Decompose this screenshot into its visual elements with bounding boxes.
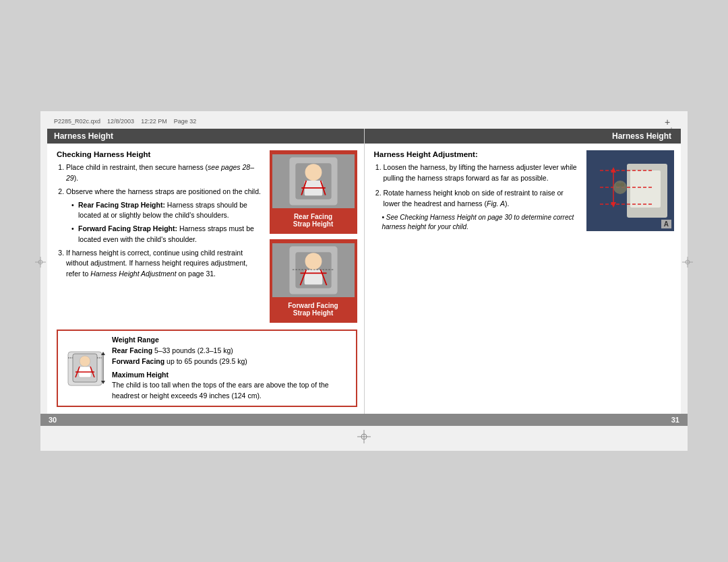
left-section-header: Harness Height	[47, 129, 364, 144]
print-info-bar: P2285_R02c.qxd 12/8/2003 12:22 PM Page 3…	[40, 111, 688, 129]
svg-rect-39	[630, 170, 661, 208]
harness-photo: A	[586, 150, 674, 231]
step-2: Observe where the harness straps are pos…	[66, 187, 264, 245]
left-main-content: Checking Harness Height Place child in r…	[57, 150, 357, 323]
left-crosshair	[35, 257, 46, 269]
print-page: Page 32	[174, 118, 197, 125]
svg-point-15	[305, 253, 322, 270]
svg-point-23	[80, 356, 90, 367]
left-page: Harness Height Checking Harness Height	[47, 129, 365, 414]
weight-icon	[65, 348, 105, 389]
section-title-text: Checking Harness Height	[57, 150, 150, 158]
max-height-section: Maximum Height	[112, 370, 349, 381]
weight-rear-label: Rear Facing	[112, 346, 152, 354]
right-page: Harness Height Harness Height	[365, 129, 681, 414]
svg-point-8	[305, 164, 322, 181]
left-text-column: Checking Harness Height Place child in r…	[57, 150, 264, 323]
note-label: See Checking Harness Height on page 30	[386, 214, 512, 221]
weight-range-box: Weight Range Rear Facing 5–33 pounds (2.…	[57, 330, 357, 407]
max-height-title: Maximum Height	[112, 371, 169, 379]
harness-adjustment-heading: Harness Height Adjustment:	[374, 150, 580, 158]
rear-facing-caption: Rear FacingStrap Height	[272, 211, 355, 230]
photo-a-text: A	[664, 220, 669, 228]
forward-facing-caption: Forward FacingStrap Height	[272, 300, 355, 319]
page-spread: P2285_R02c.qxd 12/8/2003 12:22 PM Page 3…	[40, 111, 688, 451]
step-1: Place child in restraint, then secure ha…	[66, 162, 264, 184]
pages-container: Harness Height Checking Harness Height	[47, 129, 681, 414]
rear-facing-label: Rear Facing Strap Height:	[78, 201, 165, 209]
right-page-number: 31	[364, 414, 688, 426]
right-page-content: Harness Height Adjustment: Loosen the ha…	[365, 150, 681, 239]
strap-height-images: Rear FacingStrap Height	[270, 150, 357, 323]
page-numbers-bar: 30 31	[40, 414, 688, 426]
checking-harness-heading: Checking Harness Height	[57, 150, 264, 158]
weight-forward-label: Forward Facing	[112, 357, 164, 365]
top-crosshair	[665, 117, 674, 126]
adjustment-title-text: Harness Height Adjustment:	[374, 150, 478, 158]
bullet-rear: Rear Facing Strap Height: Harness straps…	[71, 200, 264, 222]
right-step-2: Rotate harness height knob on side of re…	[384, 188, 580, 210]
right-photo-column: A	[586, 150, 674, 232]
right-step-1: Loosen the harness, by lifting the harne…	[384, 162, 580, 184]
photo-svg	[586, 150, 674, 231]
print-date: 12/8/2003	[107, 118, 134, 125]
svg-point-48	[620, 183, 624, 187]
right-main-content: Harness Height Adjustment: Loosen the ha…	[374, 150, 675, 232]
forward-facing-illustration	[272, 243, 355, 297]
right-steps-list: Loosen the harness, by lifting the harne…	[374, 162, 580, 209]
weight-forward-line: Forward Facing up to 65 pounds (29.5 kg)	[112, 356, 349, 367]
svg-rect-16	[304, 270, 322, 284]
left-page-content: Checking Harness Height Place child in r…	[47, 150, 364, 414]
forward-facing-svg	[280, 243, 347, 297]
print-file: P2285_R02c.qxd	[54, 118, 100, 125]
bottom-crosshair	[357, 430, 371, 447]
print-file-info: P2285_R02c.qxd 12/8/2003 12:22 PM Page 3…	[54, 118, 196, 125]
max-height-desc: The child is too tall when the tops of t…	[112, 381, 329, 400]
rear-facing-illustration	[272, 154, 355, 208]
right-page-num-text: 31	[671, 416, 679, 424]
weight-rear-value: 5–33 pounds (2.3–15 kg)	[152, 346, 233, 354]
steps-list: Place child in restraint, then secure ha…	[57, 162, 264, 280]
right-crosshair	[682, 257, 693, 269]
left-page-num-text: 30	[49, 416, 57, 424]
svg-point-47	[616, 183, 620, 187]
rear-facing-image-box: Rear FacingStrap Height	[270, 150, 357, 234]
right-section-header: Harness Height	[365, 129, 681, 144]
weight-range-title-text: Weight Range	[112, 336, 159, 344]
right-header-text: Harness Height	[612, 131, 674, 141]
weight-forward-value: up to 65 pounds (29.5 kg)	[164, 357, 247, 365]
weight-icon-svg	[65, 348, 105, 389]
weight-rear-line: Rear Facing 5–33 pounds (2.3–15 kg)	[112, 346, 349, 356]
bottom-area	[40, 426, 688, 451]
weight-range-title: Weight Range	[112, 335, 349, 346]
forward-facing-label: Forward Facing Strap Height:	[78, 224, 177, 232]
bullet-forward: Forward Facing Strap Height: Harness str…	[71, 224, 264, 245]
weight-text-content: Weight Range Rear Facing 5–33 pounds (2.…	[112, 335, 349, 402]
bullet-list: Rear Facing Strap Height: Harness straps…	[66, 200, 264, 245]
photo-label-a: A	[661, 220, 671, 228]
svg-point-46	[613, 181, 627, 194]
forward-facing-image-box: Forward FacingStrap Height	[270, 239, 357, 323]
step-3: If harness height is correct, continue u…	[66, 248, 264, 280]
print-time: 12:22 PM	[141, 118, 167, 125]
max-height-text: The child is too tall when the tops of t…	[112, 380, 349, 402]
see-note: See Checking Harness Height on page 30 t…	[374, 213, 580, 232]
left-header-text: Harness Height	[54, 131, 113, 141]
rear-facing-svg	[280, 154, 347, 208]
right-text-column: Harness Height Adjustment: Loosen the ha…	[374, 150, 580, 232]
left-page-number: 30	[40, 414, 364, 426]
